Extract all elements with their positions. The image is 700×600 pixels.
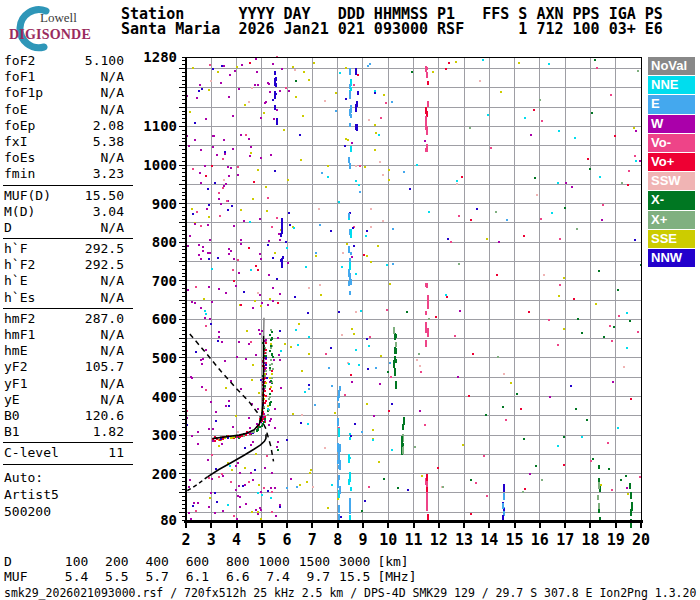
param-value: 287.0 [85,311,133,327]
param-label: yF1 [4,376,27,392]
param-ye: yEN/A [3,392,133,408]
param-label: B1 [4,424,20,440]
param-value: 5.100 [85,53,133,69]
x-tick-label: 3 [207,531,216,549]
x-tick-label: 18 [581,531,599,549]
param-value: N/A [101,327,133,343]
row-value: 5.7 [129,570,169,585]
param-value: 120.6 [85,408,133,424]
param-hmf2: hmF2287.0 [3,311,133,327]
digisonde-logo: Lowell DIGISONDE [2,2,120,50]
param-b0: B0120.6 [3,408,133,424]
param-label: foF2 [4,53,35,69]
legend-nnw: NNW [648,249,695,267]
param-label: fmin [4,166,35,182]
parameter-panel: foF25.100foF1N/AfoF1pN/AfoEN/AfoEp2.08fx… [3,51,133,520]
y-tick-label: 900 [152,196,177,212]
param-clevel: C-level11 [3,445,133,461]
row-value: 400 [129,555,169,570]
param-label: hmE [4,343,27,359]
param-he: h`EN/A [3,273,133,289]
axes [179,57,643,528]
param-value: N/A [101,69,133,85]
param-value: 11 [108,445,133,461]
param-label: h`F2 [4,257,35,273]
x-tick-label: 13 [455,531,473,549]
d-row: D100200400600800100015003000[km] [4,555,417,570]
param-label: hmF2 [4,311,35,327]
row-value: 15.5 [330,570,370,585]
param-mufd: MUF(D)15.50 [3,188,133,204]
param-hmf1: hmF1N/A [3,327,133,343]
param-hf2: h`F2292.5 [3,257,133,273]
param-value: N/A [101,343,133,359]
y-tick-label: 1280 [143,49,177,65]
param-label: foE [4,102,27,118]
muf-distance-table: D100200400600800100015003000[km]MUF5.45.… [4,555,417,584]
row-value: 5.4 [48,570,88,585]
y-tick-label: 500 [152,350,177,366]
x-tick-label: 16 [531,531,549,549]
autoscaling-info: Auto:Artist5500200 [3,465,133,521]
param-hf: h`F292.5 [3,241,133,257]
param-label: foEp [4,118,35,134]
row-label: MUF [4,570,48,585]
param-value: 3.04 [93,204,133,220]
fitted-curves [187,318,273,491]
param-value: N/A [101,220,133,236]
row-value: 6.1 [169,570,209,585]
x-tick-label: 9 [358,531,367,549]
param-hes: h`EsN/A [3,290,133,306]
param-label: h`E [4,273,27,289]
param-value: N/A [101,376,133,392]
row-value: 100 [48,555,88,570]
param-value: 3.23 [93,166,133,182]
y-tick-label: 1000 [143,157,177,173]
x-tick-label: 4 [232,531,241,549]
param-label: h`Es [4,290,35,306]
param-value: N/A [101,85,133,101]
row-value: 5.5 [88,570,128,585]
station-header: Station YYYY DAY DDD HHMMSS P1 FFS S AXN… [121,7,663,36]
grid [186,57,641,520]
param-value: 15.50 [85,188,133,204]
logo-digisonde-text: DIGISONDE [9,27,91,43]
row-value: 1000 [249,555,289,570]
autoscaling-line: 500200 [3,503,133,520]
y-tick-label: 200 [152,466,177,482]
param-fxi: fxI5.38 [3,134,133,150]
legend-nne: NNE [648,76,695,94]
x-tick-label: 8 [333,531,342,549]
row-value: 600 [169,555,209,570]
x-tick-label: 11 [404,531,422,549]
row-value: 800 [209,555,249,570]
param-fof1p: foF1pN/A [3,85,133,101]
param-label: yE [4,392,20,408]
param-foes: foEsN/A [3,150,133,166]
param-label: yF2 [4,359,27,375]
param-group: h`F292.5h`F2292.5h`EN/Ah`EsN/A [3,239,133,309]
param-label: M(D) [4,204,35,220]
param-label: foEs [4,150,35,166]
rfi-streaks [274,66,633,527]
row-value: 3000 [330,555,370,570]
row-unit: [km] [377,555,408,570]
param-group: hmF2287.0hmF1N/AhmEN/AyF2105.7yF1N/AyEN/… [3,309,133,444]
param-group: foF25.100foF1N/AfoF1pN/AfoEN/AfoEp2.08fx… [3,51,133,186]
autoscaling-line: Artist5 [3,486,133,503]
x-tick-label: 12 [430,531,448,549]
y-tick-label: 300 [152,427,177,443]
param-foe: foEN/A [3,102,133,118]
param-label: D [4,220,12,236]
row-value: 9.7 [290,570,330,585]
x-tick-label: 7 [308,531,317,549]
legend-x: X+ [648,211,695,229]
param-label: C-level [4,445,59,461]
param-group: C-level11 [3,443,133,464]
x-tick-label: 2 [181,531,190,549]
param-label: fxI [4,134,27,150]
row-value: 6.6 [209,570,249,585]
row-value: 1500 [290,555,330,570]
x-tick-label: 17 [556,531,574,549]
echo-legend: NoValNNEEWVo-Vo+SSWX-X+SSENNW [648,57,695,268]
